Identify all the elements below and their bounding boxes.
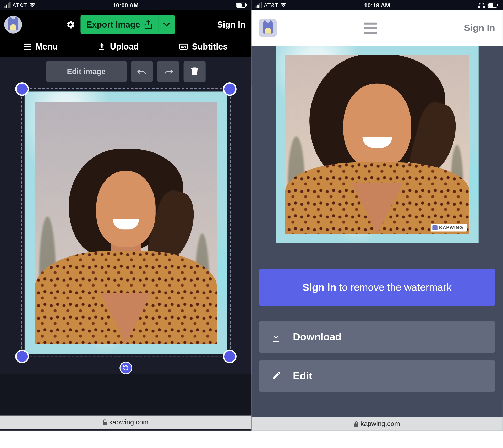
cellular-signal-icon bbox=[256, 2, 262, 8]
menu-icon bbox=[24, 44, 31, 50]
lock-icon bbox=[354, 421, 359, 427]
editor-canvas[interactable] bbox=[0, 86, 251, 374]
headphones-icon bbox=[478, 2, 485, 8]
framed-photo bbox=[35, 102, 217, 344]
subtitles-button[interactable]: Subtitles bbox=[179, 42, 228, 51]
edit-image-label: Edit image bbox=[67, 67, 106, 76]
framed-photo bbox=[285, 55, 469, 234]
kapwing-logo[interactable] bbox=[4, 16, 22, 34]
svg-rect-8 bbox=[497, 4, 498, 6]
export-dropdown-chevron[interactable] bbox=[158, 15, 175, 34]
sign-in-link[interactable]: Sign In bbox=[464, 23, 495, 34]
resize-handle-top-left[interactable] bbox=[15, 82, 29, 96]
wifi-icon bbox=[29, 3, 36, 8]
svg-rect-5 bbox=[483, 6, 485, 8]
battery-icon bbox=[488, 3, 499, 8]
pencil-icon bbox=[271, 372, 281, 380]
svg-rect-1 bbox=[237, 3, 242, 7]
app-top-bar: Export Image Sign In bbox=[0, 10, 251, 39]
clock: 10:00 AM bbox=[113, 2, 139, 8]
upload-icon bbox=[98, 43, 106, 50]
image-frame: KAPWING bbox=[276, 46, 478, 243]
wifi-icon bbox=[280, 3, 287, 8]
download-icon bbox=[271, 332, 281, 342]
edit-label: Edit bbox=[293, 370, 312, 382]
sign-in-link[interactable]: Sign In bbox=[217, 20, 247, 29]
resize-handle-bottom-left[interactable] bbox=[15, 350, 29, 363]
kapwing-logo[interactable] bbox=[259, 19, 277, 37]
ios-status-bar: AT&T 10:00 AM bbox=[0, 0, 251, 10]
export-preview: KAPWING bbox=[251, 46, 502, 269]
edit-image-button[interactable]: Edit image bbox=[46, 61, 127, 82]
svg-rect-2 bbox=[246, 4, 247, 6]
carrier-label: AT&T bbox=[12, 2, 27, 8]
export-label: Export Image bbox=[86, 20, 140, 29]
download-button[interactable]: Download bbox=[259, 321, 495, 353]
ios-status-bar: AT&T 10:18 AM bbox=[251, 0, 502, 10]
battery-icon bbox=[236, 3, 247, 8]
page-header: Sign In bbox=[251, 10, 502, 46]
menu-button[interactable]: Menu bbox=[24, 42, 58, 51]
rotate-handle[interactable] bbox=[119, 362, 132, 374]
upload-label: Upload bbox=[110, 42, 139, 51]
export-image-button[interactable]: Export Image bbox=[80, 15, 175, 34]
canvas-toolbar: Edit image bbox=[0, 57, 251, 86]
cta-bold-text: Sign in bbox=[302, 281, 336, 293]
image-frame[interactable] bbox=[24, 91, 227, 354]
cellular-signal-icon bbox=[4, 2, 10, 8]
resize-handle-bottom-right[interactable] bbox=[223, 350, 236, 363]
menu-label: Menu bbox=[36, 42, 58, 51]
upload-button[interactable]: Upload bbox=[98, 42, 139, 51]
undo-button[interactable] bbox=[131, 61, 153, 82]
subtitles-label: Subtitles bbox=[192, 42, 228, 51]
delete-button[interactable] bbox=[183, 61, 205, 82]
sign-in-cta-button[interactable]: Sign in to remove the watermark bbox=[259, 269, 495, 306]
edit-button[interactable]: Edit bbox=[259, 360, 495, 392]
kapwing-watermark: KAPWING bbox=[431, 224, 467, 231]
right-phone-screenshot: AT&T 10:18 AM Sign In bbox=[251, 0, 502, 431]
svg-rect-4 bbox=[479, 6, 480, 8]
selection-box[interactable] bbox=[21, 88, 230, 357]
share-icon bbox=[144, 20, 152, 29]
lock-icon bbox=[103, 419, 107, 425]
svg-rect-3 bbox=[180, 44, 187, 49]
left-phone-screenshot: AT&T 10:00 AM Export Image bbox=[0, 0, 251, 431]
cta-rest-text: to remove the watermark bbox=[336, 281, 452, 293]
download-label: Download bbox=[293, 331, 342, 343]
svg-rect-7 bbox=[488, 3, 493, 7]
url-text: kapwing.com bbox=[109, 418, 149, 426]
subtitles-icon bbox=[179, 44, 188, 50]
canvas-bottom-spacer bbox=[0, 374, 251, 416]
clock: 10:18 AM bbox=[364, 2, 390, 8]
hamburger-menu-button[interactable] bbox=[364, 22, 377, 34]
settings-button[interactable] bbox=[64, 19, 76, 30]
browser-address-bar[interactable]: kapwing.com bbox=[0, 416, 251, 429]
browser-address-bar[interactable]: kapwing.com bbox=[251, 417, 502, 431]
secondary-nav-bar: Menu Upload Subtitles bbox=[0, 39, 251, 57]
redo-button[interactable] bbox=[157, 61, 179, 82]
carrier-label: AT&T bbox=[264, 2, 278, 8]
url-text: kapwing.com bbox=[360, 420, 400, 428]
resize-handle-top-right[interactable] bbox=[223, 82, 236, 96]
